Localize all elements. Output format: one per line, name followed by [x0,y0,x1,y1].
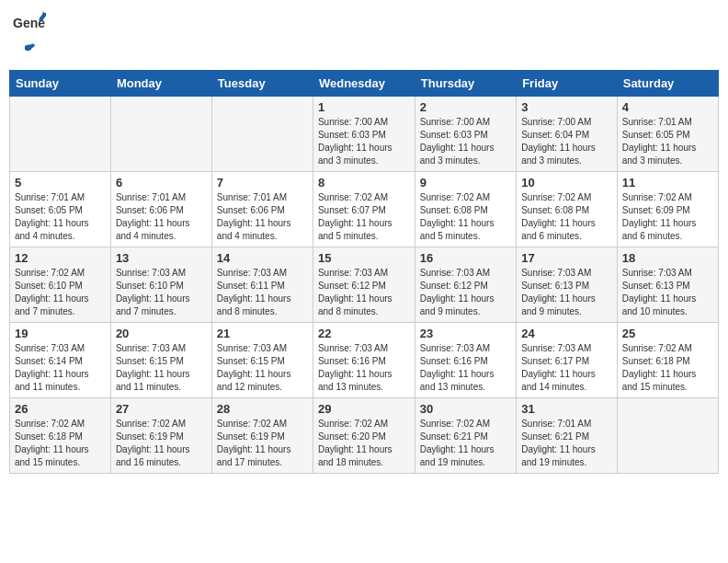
day-info: Sunrise: 7:03 AM Sunset: 6:16 PM Dayligh… [420,342,511,394]
day-info: Sunrise: 7:03 AM Sunset: 6:10 PM Dayligh… [116,267,207,318]
calendar-day-cell: 26Sunrise: 7:02 AM Sunset: 6:18 PM Dayli… [10,398,111,474]
calendar-day-cell: 3Sunrise: 7:00 AM Sunset: 6:04 PM Daylig… [517,97,618,172]
logo: General [13,9,46,63]
day-number: 10 [521,176,612,190]
day-number: 28 [217,402,308,416]
day-info: Sunrise: 7:00 AM Sunset: 6:03 PM Dayligh… [318,116,410,167]
day-info: Sunrise: 7:01 AM Sunset: 6:06 PM Dayligh… [116,191,207,243]
calendar-week-row: 26Sunrise: 7:02 AM Sunset: 6:18 PM Dayli… [10,398,719,474]
calendar-day-cell: 11Sunrise: 7:02 AM Sunset: 6:09 PM Dayli… [617,172,718,247]
day-info: Sunrise: 7:01 AM Sunset: 6:21 PM Dayligh… [521,418,612,469]
day-of-week-header: Monday [110,71,211,97]
calendar-day-cell: 17Sunrise: 7:03 AM Sunset: 6:13 PM Dayli… [517,247,618,323]
day-number: 19 [15,327,106,340]
day-number: 30 [420,402,511,416]
day-info: Sunrise: 7:03 AM Sunset: 6:15 PM Dayligh… [217,342,308,394]
calendar-day-cell: 16Sunrise: 7:03 AM Sunset: 6:12 PM Dayli… [415,247,516,323]
day-number: 12 [15,251,106,265]
calendar-week-row: 12Sunrise: 7:02 AM Sunset: 6:10 PM Dayli… [10,247,719,323]
day-info: Sunrise: 7:02 AM Sunset: 6:20 PM Dayligh… [318,418,410,469]
day-number: 5 [15,176,106,190]
calendar-day-cell: 8Sunrise: 7:02 AM Sunset: 6:07 PM Daylig… [313,172,415,247]
calendar-day-cell: 22Sunrise: 7:03 AM Sunset: 6:16 PM Dayli… [313,323,415,398]
logo-bird-icon [15,42,35,63]
day-number: 6 [116,176,207,190]
day-of-week-header: Saturday [617,71,718,97]
calendar-day-cell: 13Sunrise: 7:03 AM Sunset: 6:10 PM Dayli… [110,247,211,323]
day-number: 31 [521,402,612,416]
day-info: Sunrise: 7:02 AM Sunset: 6:08 PM Dayligh… [420,191,511,243]
calendar-day-cell: 4Sunrise: 7:01 AM Sunset: 6:05 PM Daylig… [617,97,718,172]
calendar-day-cell: 28Sunrise: 7:02 AM Sunset: 6:19 PM Dayli… [211,398,313,474]
calendar-day-cell: 18Sunrise: 7:03 AM Sunset: 6:13 PM Dayli… [617,247,718,323]
calendar-day-cell: 2Sunrise: 7:00 AM Sunset: 6:03 PM Daylig… [415,97,516,172]
day-info: Sunrise: 7:02 AM Sunset: 6:18 PM Dayligh… [622,342,713,394]
calendar-day-cell: 30Sunrise: 7:02 AM Sunset: 6:21 PM Dayli… [415,398,516,474]
calendar-day-cell: 5Sunrise: 7:01 AM Sunset: 6:05 PM Daylig… [10,172,111,247]
page-header: General [9,9,719,63]
day-number: 17 [521,251,612,265]
day-number: 27 [116,402,207,416]
day-info: Sunrise: 7:03 AM Sunset: 6:12 PM Dayligh… [420,267,511,318]
day-info: Sunrise: 7:01 AM Sunset: 6:06 PM Dayligh… [217,191,308,243]
day-number: 4 [622,100,713,114]
calendar-day-cell: 20Sunrise: 7:03 AM Sunset: 6:15 PM Dayli… [110,323,211,398]
day-of-week-header: Friday [517,71,618,97]
calendar-day-cell: 19Sunrise: 7:03 AM Sunset: 6:14 PM Dayli… [10,323,111,398]
calendar-day-cell [10,97,111,172]
calendar-day-cell: 12Sunrise: 7:02 AM Sunset: 6:10 PM Dayli… [10,247,111,323]
day-number: 15 [318,251,410,265]
day-info: Sunrise: 7:02 AM Sunset: 6:10 PM Dayligh… [15,267,106,318]
day-of-week-header: Tuesday [211,71,313,97]
calendar-header-row: SundayMondayTuesdayWednesdayThursdayFrid… [10,71,719,97]
day-info: Sunrise: 7:02 AM Sunset: 6:19 PM Dayligh… [116,418,207,469]
day-number: 11 [622,176,713,190]
calendar-week-row: 5Sunrise: 7:01 AM Sunset: 6:05 PM Daylig… [10,172,719,247]
day-of-week-header: Sunday [10,71,111,97]
calendar-day-cell: 15Sunrise: 7:03 AM Sunset: 6:12 PM Dayli… [313,247,415,323]
calendar-day-cell: 29Sunrise: 7:02 AM Sunset: 6:20 PM Dayli… [313,398,415,474]
calendar-day-cell [110,97,211,172]
day-number: 26 [15,402,106,416]
day-info: Sunrise: 7:03 AM Sunset: 6:13 PM Dayligh… [521,267,612,318]
calendar-day-cell: 27Sunrise: 7:02 AM Sunset: 6:19 PM Dayli… [110,398,211,474]
day-number: 24 [521,327,612,340]
day-number: 23 [420,327,511,340]
day-info: Sunrise: 7:01 AM Sunset: 6:05 PM Dayligh… [622,116,713,167]
day-info: Sunrise: 7:02 AM Sunset: 6:07 PM Dayligh… [318,191,410,243]
calendar-day-cell: 7Sunrise: 7:01 AM Sunset: 6:06 PM Daylig… [211,172,313,247]
day-number: 1 [318,100,410,114]
calendar-table: SundayMondayTuesdayWednesdayThursdayFrid… [9,70,719,474]
day-info: Sunrise: 7:02 AM Sunset: 6:19 PM Dayligh… [217,418,308,469]
day-info: Sunrise: 7:02 AM Sunset: 6:18 PM Dayligh… [15,418,106,469]
calendar-week-row: 19Sunrise: 7:03 AM Sunset: 6:14 PM Dayli… [10,323,719,398]
day-number: 14 [217,251,308,265]
calendar-day-cell: 1Sunrise: 7:00 AM Sunset: 6:03 PM Daylig… [313,97,415,172]
calendar-day-cell: 10Sunrise: 7:02 AM Sunset: 6:08 PM Dayli… [517,172,618,247]
day-number: 16 [420,251,511,265]
day-number: 22 [318,327,410,340]
day-info: Sunrise: 7:00 AM Sunset: 6:03 PM Dayligh… [420,116,511,167]
calendar-day-cell [211,97,313,172]
day-number: 13 [116,251,207,265]
day-number: 20 [116,327,207,340]
day-of-week-header: Thursday [415,71,516,97]
calendar-day-cell: 24Sunrise: 7:03 AM Sunset: 6:17 PM Dayli… [517,323,618,398]
day-info: Sunrise: 7:02 AM Sunset: 6:09 PM Dayligh… [622,191,713,243]
day-number: 9 [420,176,511,190]
day-info: Sunrise: 7:03 AM Sunset: 6:12 PM Dayligh… [318,267,410,318]
day-info: Sunrise: 7:03 AM Sunset: 6:15 PM Dayligh… [116,342,207,394]
day-info: Sunrise: 7:01 AM Sunset: 6:05 PM Dayligh… [15,191,106,243]
logo-icon: General [13,9,46,42]
day-number: 3 [521,100,612,114]
calendar-day-cell: 23Sunrise: 7:03 AM Sunset: 6:16 PM Dayli… [415,323,516,398]
day-info: Sunrise: 7:03 AM Sunset: 6:17 PM Dayligh… [521,342,612,394]
day-number: 2 [420,100,511,114]
calendar-day-cell: 14Sunrise: 7:03 AM Sunset: 6:11 PM Dayli… [211,247,313,323]
calendar-day-cell: 25Sunrise: 7:02 AM Sunset: 6:18 PM Dayli… [617,323,718,398]
day-number: 25 [622,327,713,340]
day-info: Sunrise: 7:03 AM Sunset: 6:13 PM Dayligh… [622,267,713,318]
day-number: 7 [217,176,308,190]
day-of-week-header: Wednesday [313,71,415,97]
day-info: Sunrise: 7:02 AM Sunset: 6:21 PM Dayligh… [420,418,511,469]
